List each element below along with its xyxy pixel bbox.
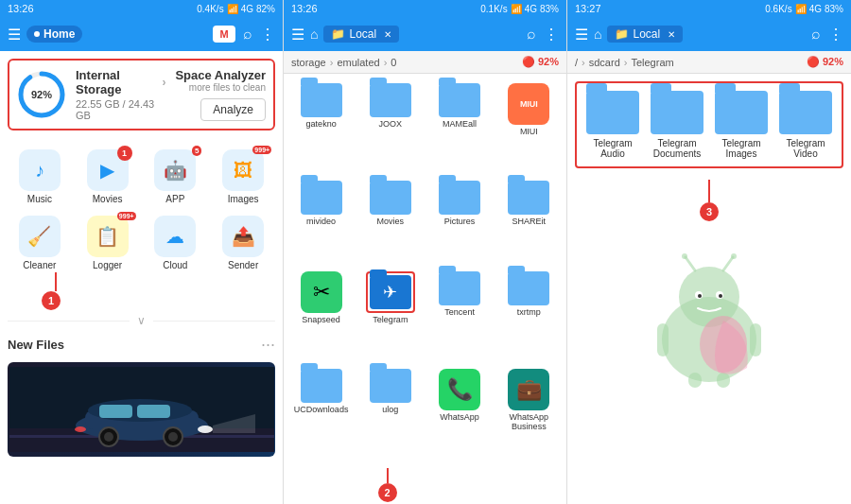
folder-ulog-icon <box>370 369 411 403</box>
cloud-icon: ☁ <box>154 216 196 257</box>
status-time-3: 13:27 <box>575 3 601 14</box>
folder-shareit-icon <box>508 181 549 215</box>
telegram-documents-label: Telegram Documents <box>649 138 705 159</box>
file-joox[interactable]: JOOX <box>356 78 424 173</box>
file-whatsappbiz[interactable]: 💼 WhatsApp Business <box>495 363 563 468</box>
search-icon-2[interactable]: ⌕ <box>527 26 536 43</box>
folder-icon-tab: 📁 <box>331 27 345 41</box>
local-tab-2[interactable]: 📁 Local ✕ <box>323 26 399 43</box>
folder-movies-icon <box>370 181 411 215</box>
file-shareit-label: SHAREit <box>512 217 547 226</box>
storage-indicator-2: 🔴 92% <box>522 56 559 68</box>
status-4g-2: 4G <box>525 4 537 14</box>
back-icon-3[interactable]: ⌂ <box>594 26 601 42</box>
status-signal-3: 📶 <box>795 4 807 14</box>
file-mameall[interactable]: MAMEall <box>426 78 494 173</box>
file-mameall-label: MAMEall <box>443 119 477 129</box>
svg-line-19 <box>686 257 695 270</box>
menu-icon-2[interactable]: ☰ <box>291 26 304 43</box>
status-4g-3: 4G <box>809 4 822 14</box>
analyze-button[interactable]: Analyze <box>200 98 266 121</box>
file-shareit[interactable]: SHAREit <box>495 175 563 263</box>
whatsapp-icon: 📞 <box>439 369 480 410</box>
file-mivideo[interactable]: mivideo <box>287 175 355 263</box>
app-music[interactable]: ♪ Music <box>8 146 72 208</box>
file-tencent[interactable]: Tencent <box>426 266 494 361</box>
telegram-images-icon <box>715 91 768 134</box>
app-cleaner[interactable]: 🧹 Cleaner <box>8 212 72 274</box>
home-dot <box>34 31 40 37</box>
status-bar-3: 13:27 0.6K/s 📶 4G 83% <box>567 0 851 17</box>
status-battery-2: 83% <box>540 4 559 14</box>
svg-line-20 <box>723 257 733 270</box>
cleaner-icon: 🧹 <box>19 216 61 257</box>
app-music-label: Music <box>27 194 52 204</box>
app-cloud-label: Cloud <box>163 260 187 270</box>
app-logger[interactable]: 📋 999+ Logger <box>76 212 140 274</box>
app-movies[interactable]: ▶ 1 Movies <box>76 146 140 208</box>
new-files-more[interactable]: ··· <box>261 335 275 355</box>
home-tab[interactable]: Home <box>26 26 82 43</box>
file-miui[interactable]: MIUI MIUI <box>495 78 563 173</box>
telegram-images-label: Telegram Images <box>713 138 770 159</box>
folder-telegram-documents[interactable]: Telegram Documents <box>649 91 705 159</box>
file-pictures-label: Pictures <box>444 217 476 226</box>
app-sender-label: Sender <box>228 260 258 270</box>
bc3-telegram: Telegram <box>631 57 673 68</box>
svg-point-25 <box>698 294 702 298</box>
file-gatekno-label: gatekno <box>306 119 337 129</box>
app-sender[interactable]: 📤 Sender <box>211 212 275 274</box>
new-files-title: New Files <box>8 338 64 352</box>
file-snapseed[interactable]: ✂ Snapseed <box>287 266 355 361</box>
logger-icon: 📋 <box>87 216 129 257</box>
file-snapseed-label: Snapseed <box>302 315 340 324</box>
bc-sep-1: › <box>330 57 334 68</box>
app-cleaner-label: Cleaner <box>23 260 56 270</box>
file-movies-label: Movies <box>377 217 405 226</box>
menu-icon-3[interactable]: ☰ <box>575 26 588 43</box>
file-ulog[interactable]: ulog <box>356 363 424 468</box>
app-images[interactable]: 🖼 999+ Images <box>211 146 275 208</box>
breadcrumb-2: storage › emulated › 0 🔴 92% <box>284 51 566 74</box>
file-gatekno[interactable]: gatekno <box>287 78 355 173</box>
folder-pictures-icon <box>439 181 480 215</box>
telegram-documents-icon <box>651 91 703 134</box>
svg-point-15 <box>168 432 178 442</box>
chevron-down-icon: ∨ <box>137 314 146 327</box>
storage-percent: 92% <box>31 89 52 100</box>
file-ucdownloads[interactable]: UCDownloads <box>287 363 355 468</box>
local-tab-3[interactable]: 📁 Local ✕ <box>607 26 683 43</box>
tab-close-3[interactable]: ✕ <box>668 29 675 40</box>
app-app[interactable]: 🤖 5 APP <box>144 146 208 208</box>
file-whatsapp[interactable]: 📞 WhatsApp <box>426 363 494 468</box>
tab-close-2[interactable]: ✕ <box>384 29 391 40</box>
folder-telegram-audio[interactable]: Telegram Audio <box>584 91 641 159</box>
status-signal-2: 📶 <box>511 4 522 14</box>
sender-icon: 📤 <box>222 216 264 257</box>
more-icon-1[interactable]: ⋮ <box>260 26 275 43</box>
file-grid-2: gatekno JOOX MAMEall MIUI MIUI mivideo M… <box>284 74 566 472</box>
status-battery-1: 82% <box>256 4 275 14</box>
whatsappbiz-icon: 💼 <box>508 369 549 410</box>
folder-joox-icon <box>370 83 411 117</box>
file-pictures[interactable]: Pictures <box>426 175 494 263</box>
more-icon-3[interactable]: ⋮ <box>828 26 843 43</box>
bc-storage: storage <box>291 57 326 68</box>
app-badge: 5 <box>192 146 201 156</box>
file-movies[interactable]: Movies <box>356 175 424 263</box>
back-icon-2[interactable]: ⌂ <box>310 26 318 42</box>
file-txrtmp[interactable]: txrtmp <box>495 266 563 361</box>
more-icon-2[interactable]: ⋮ <box>544 26 559 43</box>
search-icon-3[interactable]: ⌕ <box>811 26 821 43</box>
menu-icon-1[interactable]: ☰ <box>8 26 21 43</box>
app-cloud[interactable]: ☁ Cloud <box>144 212 208 274</box>
folder-telegram-video[interactable]: Telegram Video <box>777 91 834 159</box>
gmail-icon[interactable]: M <box>213 26 235 43</box>
storage-widget[interactable]: 92% Internal Storage › 22.55 GB / 24.43 … <box>8 59 275 130</box>
file-tencent-label: Tencent <box>444 307 475 317</box>
search-icon-1[interactable]: ⌕ <box>243 26 252 43</box>
app-app-label: APP <box>165 194 184 204</box>
images-badge: 999+ <box>252 146 271 154</box>
folder-telegram-images[interactable]: Telegram Images <box>713 91 770 159</box>
file-telegram[interactable]: ✈ Telegram <box>356 266 424 361</box>
